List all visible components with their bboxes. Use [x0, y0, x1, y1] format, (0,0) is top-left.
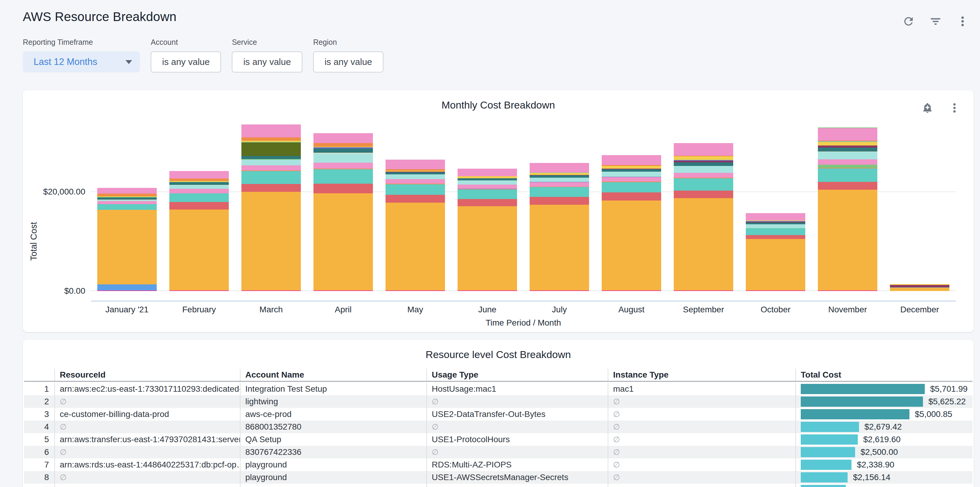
stacked-bar[interactable] [530, 163, 589, 291]
bar-segment-orange[interactable] [169, 179, 229, 181]
bar-segment-amber[interactable] [458, 206, 517, 291]
bar-segment-pink[interactable] [97, 188, 157, 193]
bar-segment-pink[interactable] [458, 169, 517, 176]
bar-segment-maroon[interactable] [818, 145, 877, 148]
bar-segment-olive[interactable] [242, 142, 301, 156]
bar-segment-amber[interactable] [242, 192, 301, 291]
bar-segment-lightcyan[interactable] [458, 180, 517, 184]
bar-segment-magenta[interactable] [674, 291, 733, 291]
table-row[interactable]: 6∅830767422336∅∅$2,500.00 [24, 446, 972, 458]
bar-segment-pink[interactable] [674, 143, 733, 156]
bar-segment-lightcyan[interactable] [818, 152, 877, 159]
bar-segment-teal[interactable] [818, 168, 877, 182]
region-filter-button[interactable]: is any value [313, 51, 383, 72]
column-header-instance-type[interactable]: Instance Type [608, 369, 795, 381]
column-header-account-name[interactable]: Account Name [240, 369, 426, 381]
table-row[interactable]: 2∅lightwing∅∅$5,625.22 [24, 395, 972, 408]
bar-segment-magenta[interactable] [242, 291, 301, 291]
bar-segment-red[interactable] [602, 192, 661, 201]
bar-segment-red[interactable] [746, 235, 805, 239]
bar-segment-teal[interactable] [674, 178, 733, 191]
bar-segment-pink[interactable] [458, 185, 517, 189]
bar-segment-lightcyan[interactable] [530, 178, 589, 182]
stacked-bar[interactable] [890, 284, 950, 291]
bar-segment-amber[interactable] [674, 198, 733, 291]
bar-segment-amber[interactable] [169, 209, 229, 291]
bar-segment-teal[interactable] [746, 228, 805, 235]
bar-segment-red[interactable] [458, 199, 517, 206]
bar-segment-red[interactable] [313, 184, 373, 193]
bar-segment-darkteal[interactable] [313, 148, 373, 152]
bar-segment-darkteal[interactable] [169, 182, 229, 185]
bar-segment-pink[interactable] [242, 165, 301, 171]
reporting-timeframe-dropdown[interactable]: Last 12 Months [23, 51, 140, 72]
bar-segment-magenta[interactable] [530, 291, 589, 291]
bar-segment-lightcyan[interactable] [674, 166, 733, 173]
bar-segment-teal[interactable] [242, 171, 301, 184]
bar-segment-darkteal[interactable] [458, 178, 517, 180]
bar-segment-darkteal[interactable] [97, 198, 157, 200]
bar-segment-teal[interactable] [385, 184, 445, 195]
bar-segment-red[interactable] [169, 202, 229, 209]
bar-segment-pink[interactable] [674, 173, 733, 178]
bar-segment-magenta[interactable] [746, 291, 805, 291]
bar-segment-amber[interactable] [602, 201, 661, 291]
bar-segment-yellow[interactable] [530, 173, 589, 175]
stacked-bar[interactable] [169, 171, 229, 291]
bar-segment-teal[interactable] [313, 169, 373, 184]
bar-segment-amber[interactable] [530, 205, 589, 291]
bar-segment-pink[interactable] [385, 160, 445, 169]
bar-segment-magenta[interactable] [458, 291, 517, 291]
bar-segment-red[interactable] [242, 184, 301, 192]
table-row[interactable]: 3ce-customer-billing-data-prodaws-ce-pro… [24, 408, 972, 421]
bar-segment-darkteal[interactable] [385, 172, 445, 174]
bar-segment-red[interactable] [818, 182, 877, 190]
bar-segment-pink[interactable] [602, 177, 661, 182]
stacked-bar[interactable] [818, 128, 877, 291]
bar-segment-maroon[interactable] [890, 285, 950, 287]
bar-segment-darkteal[interactable] [242, 156, 301, 159]
bar-segment-magenta[interactable] [313, 291, 373, 291]
service-filter-button[interactable]: is any value [232, 51, 302, 72]
stacked-bar[interactable] [97, 188, 157, 291]
bar-segment-darkteal[interactable] [602, 169, 661, 172]
bar-segment-magenta[interactable] [818, 291, 877, 291]
account-filter-button[interactable]: is any value [151, 51, 221, 72]
bar-segment-pink[interactable] [818, 128, 877, 141]
stacked-bar[interactable] [674, 143, 733, 291]
bar-segment-lightcyan[interactable] [313, 153, 373, 163]
bar-segment-pink[interactable] [313, 133, 373, 143]
bar-segment-pink[interactable] [313, 163, 373, 169]
bar-segment-amber[interactable] [313, 193, 373, 291]
bar-segment-lightcyan[interactable] [602, 172, 661, 177]
bar-segment-red[interactable] [385, 195, 445, 203]
bar-segment-yellow[interactable] [818, 142, 877, 145]
bar-segment-teal[interactable] [97, 204, 157, 210]
bar-segment-darkteal[interactable] [674, 162, 733, 166]
bar-segment-magenta[interactable] [97, 291, 157, 291]
table-row[interactable]: 5arn:aws:transfer:us-east-1:479370281431… [24, 433, 972, 446]
table-row[interactable]: 1arn:aws:ec2:us-east-1:733017110293:dedi… [24, 383, 972, 395]
bar-segment-pink[interactable] [530, 182, 589, 187]
bar-segment-amber[interactable] [97, 210, 157, 284]
bar-segment-pink[interactable] [97, 201, 157, 204]
bar-segment-orange[interactable] [97, 193, 157, 196]
table-row[interactable]: 7arn:aws:rds:us-east-1:448640225317:db:p… [24, 458, 972, 471]
bar-segment-pink[interactable] [385, 179, 445, 184]
bar-segment-teal[interactable] [602, 182, 661, 193]
bar-segment-lightcyan[interactable] [385, 174, 445, 179]
filter-button[interactable] [927, 13, 944, 30]
bar-segment-lightcyan[interactable] [169, 185, 229, 189]
bar-segment-orange[interactable] [313, 143, 373, 147]
bar-segment-darkteal[interactable] [746, 222, 805, 225]
stacked-bar[interactable] [746, 213, 805, 291]
bar-segment-blue[interactable] [97, 284, 157, 291]
bar-segment-darkteal[interactable] [818, 148, 877, 152]
column-header-total-cost[interactable]: Total Cost [795, 369, 972, 381]
bar-segment-teal[interactable] [530, 187, 589, 197]
bar-segment-yellow[interactable] [602, 166, 661, 169]
refresh-button[interactable] [900, 13, 917, 30]
bar-segment-red[interactable] [674, 191, 733, 198]
bar-segment-amber[interactable] [818, 190, 877, 291]
bar-segment-yellow[interactable] [674, 156, 733, 160]
